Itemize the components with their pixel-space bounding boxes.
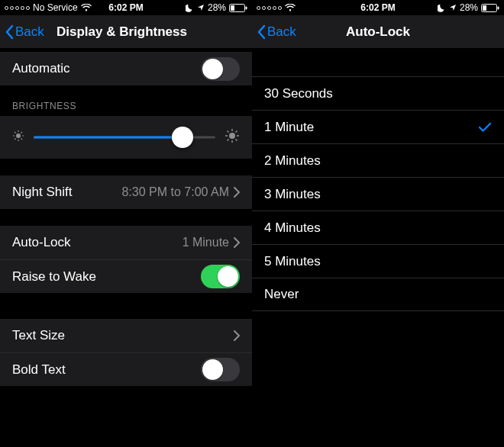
status-bar: No Service 6:02 PM 28% — [0, 0, 252, 15]
auto-lock-option[interactable]: 4 Minutes — [252, 211, 504, 244]
text-size-label: Text Size — [12, 328, 234, 343]
bold-text-toggle[interactable] — [201, 358, 240, 381]
nav-bar: Back Display & Brightness — [0, 15, 252, 49]
location-icon — [197, 4, 205, 11]
battery-pct-label: 28% — [460, 2, 478, 13]
moon-icon — [186, 4, 194, 12]
sun-bright-icon — [225, 128, 240, 146]
night-shift-label: Night Shift — [12, 185, 121, 200]
svg-line-11 — [21, 132, 23, 133]
option-label: 2 Minutes — [264, 153, 492, 169]
battery-icon — [229, 4, 247, 12]
brightness-row — [0, 116, 252, 159]
back-button[interactable]: Back — [0, 24, 44, 40]
raise-to-wake-row[interactable]: Raise to Wake — [0, 259, 252, 293]
automatic-row[interactable]: Automatic — [0, 52, 252, 85]
back-button[interactable]: Back — [252, 24, 296, 40]
option-label: Never — [264, 287, 492, 302]
svg-line-17 — [228, 131, 229, 133]
back-label: Back — [267, 24, 296, 40]
svg-line-18 — [236, 140, 237, 141]
option-label: 1 Minute — [264, 120, 478, 135]
battery-pct-label: 28% — [208, 2, 226, 13]
svg-line-19 — [228, 140, 229, 141]
svg-rect-2 — [246, 6, 247, 9]
phone-display-brightness: No Service 6:02 PM 28% — [0, 0, 252, 447]
svg-line-10 — [15, 139, 16, 140]
option-label: 30 Seconds — [264, 86, 492, 101]
svg-rect-23 — [498, 6, 499, 9]
signal-dots-icon — [257, 6, 282, 10]
phone-auto-lock: 6:02 PM 28% Back Auto-Lock — [252, 0, 504, 447]
auto-lock-option[interactable]: 2 Minutes — [252, 143, 504, 177]
auto-lock-row[interactable]: Auto-Lock 1 Minute — [0, 226, 252, 259]
option-label: 3 Minutes — [264, 187, 492, 202]
status-bar: 6:02 PM 28% — [252, 0, 504, 15]
svg-line-8 — [15, 132, 16, 133]
option-label: 4 Minutes — [264, 220, 492, 236]
svg-point-12 — [229, 133, 235, 139]
svg-line-20 — [236, 131, 237, 133]
chevron-right-icon — [234, 237, 240, 248]
auto-lock-option[interactable]: 1 Minute — [252, 110, 504, 143]
sun-dim-icon — [12, 130, 24, 145]
back-label: Back — [15, 24, 44, 40]
moon-icon — [438, 4, 446, 12]
auto-lock-option[interactable]: 3 Minutes — [252, 177, 504, 211]
brightness-header: BRIGHTNESS — [0, 85, 252, 116]
option-label: 5 Minutes — [264, 254, 492, 269]
checkmark-icon — [478, 122, 492, 133]
chevron-right-icon — [234, 187, 240, 198]
auto-lock-option[interactable]: 5 Minutes — [252, 244, 504, 278]
night-shift-row[interactable]: Night Shift 8:30 PM to 7:00 AM — [0, 175, 252, 209]
text-size-row[interactable]: Text Size — [0, 319, 252, 352]
battery-icon — [481, 4, 499, 12]
bold-text-label: Bold Text — [12, 362, 201, 378]
chevron-right-icon — [234, 330, 240, 341]
auto-lock-detail: 1 Minute — [183, 236, 229, 249]
location-icon — [449, 4, 457, 11]
svg-line-9 — [21, 139, 23, 140]
bold-text-row[interactable]: Bold Text — [0, 352, 252, 386]
auto-lock-label: Auto-Lock — [12, 235, 183, 250]
nav-bar: Back Auto-Lock — [252, 15, 504, 49]
auto-lock-option[interactable]: 30 Seconds — [252, 76, 504, 110]
svg-rect-1 — [231, 5, 234, 11]
signal-dots-icon — [5, 6, 30, 10]
carrier-label: No Service — [33, 2, 78, 13]
brightness-slider[interactable] — [34, 126, 215, 149]
wifi-icon — [81, 4, 92, 11]
automatic-toggle[interactable] — [201, 57, 240, 81]
raise-to-wake-label: Raise to Wake — [12, 269, 201, 285]
auto-lock-option[interactable]: Never — [252, 278, 504, 311]
wifi-icon — [285, 4, 296, 11]
automatic-label: Automatic — [12, 61, 201, 76]
raise-to-wake-toggle[interactable] — [201, 265, 240, 288]
svg-point-3 — [16, 133, 21, 138]
night-shift-detail: 8:30 PM to 7:00 AM — [121, 185, 229, 199]
svg-rect-22 — [483, 5, 486, 11]
